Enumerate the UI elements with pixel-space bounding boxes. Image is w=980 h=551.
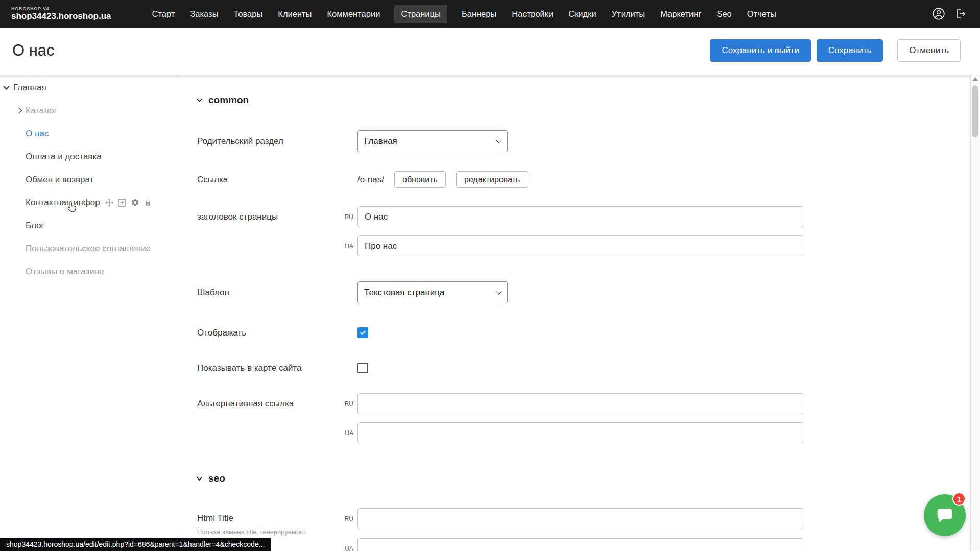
tree-item-label: Каталог [26, 106, 57, 116]
html-title-ua-input[interactable] [357, 538, 803, 551]
sidebar-item-katalog[interactable]: Каталог [0, 99, 179, 122]
html-title-ru-input[interactable] [357, 508, 803, 529]
chat-unread-badge: 1 [952, 492, 966, 506]
tree-item-label: Обмен и возврат [26, 175, 93, 185]
sidebar-item-glavnaya[interactable]: Главная [0, 76, 179, 99]
alt-link-ru-input[interactable] [357, 393, 803, 414]
menu-item-banners[interactable]: Баннеры [461, 5, 497, 23]
template-label: Шаблон [197, 288, 357, 298]
save-button[interactable]: Сохранить [817, 39, 883, 62]
add-icon[interactable] [118, 199, 126, 207]
brand-domain-label: shop34423.horoshop.ua [11, 12, 111, 21]
scroll-up-arrow-icon[interactable] [973, 77, 978, 81]
parent-section-value: Главная [364, 136, 397, 147]
html-title-label-block: Html Title Полная замена title, генериру… [197, 508, 338, 536]
menu-item-start[interactable]: Старт [151, 5, 176, 23]
link-status-bar: shop34423.horoshop.ua/edit/edit.php?id=6… [0, 538, 271, 551]
menu-item-marketing[interactable]: Маркетинг [659, 5, 702, 23]
link-value: /o-nas/ [357, 175, 384, 185]
chevron-down-icon [196, 474, 203, 481]
settings-gear-icon[interactable] [131, 198, 139, 207]
menu-item-discounts[interactable]: Скидки [567, 5, 597, 23]
alt-link-ua-input[interactable] [357, 422, 803, 443]
tree-item-label: Контактная инфор [26, 198, 100, 208]
chevron-down-icon [196, 95, 203, 102]
page-title: О нас [12, 41, 55, 60]
sidebar-item-blog[interactable]: Блог [0, 214, 179, 237]
lang-tag-ua: UA [338, 545, 353, 551]
lang-tag-ua: UA [338, 243, 353, 250]
brand-logo[interactable]: HOROSHOP V4 shop34423.horoshop.ua [11, 7, 111, 20]
drag-icon[interactable] [105, 199, 113, 207]
menu-item-settings[interactable]: Настройки [511, 5, 554, 23]
page-title-field-label: заголовок страницы [197, 212, 338, 222]
tree-item-label: Блог [26, 221, 44, 231]
lang-tag-ru: RU [338, 515, 353, 522]
tree-item-actions [105, 198, 152, 207]
tree-item-label: Пользовательское соглашение [26, 244, 151, 254]
tree-item-label: Главная [13, 83, 46, 93]
scrollbar-thumb[interactable] [972, 85, 978, 137]
delete-trash-icon[interactable] [144, 198, 152, 207]
sidebar-item-obmen[interactable]: Обмен и возврат [0, 168, 179, 191]
menu-item-products[interactable]: Товары [233, 5, 264, 23]
sidebar-item-soglashenie[interactable]: Пользовательское соглашение [0, 237, 179, 260]
sitemap-checkbox[interactable] [357, 363, 368, 373]
alt-link-label: Альтернативная ссылка [197, 399, 338, 409]
menu-item-comments[interactable]: Комментарии [326, 5, 381, 23]
sidebar-item-o-nas[interactable]: О нас [0, 122, 179, 145]
account-icon[interactable] [932, 7, 945, 20]
section-common[interactable]: common [197, 94, 249, 106]
menu-item-clients[interactable]: Клиенты [277, 5, 313, 23]
save-and-exit-button[interactable]: Сохранить и выйти [710, 39, 810, 62]
lang-tag-ru: RU [338, 213, 353, 221]
section-seo-label: seo [208, 473, 225, 484]
link-label: Ссылка [197, 175, 357, 185]
main-menu: Старт Заказы Товары Клиенты Комментарии … [151, 5, 777, 23]
template-value: Текстовая страница [364, 288, 445, 298]
tree-item-label: Отзывы о магазине [26, 267, 104, 277]
menu-item-pages[interactable]: Страницы [394, 5, 447, 23]
cancel-button[interactable]: Отменить [897, 39, 961, 62]
menu-item-orders[interactable]: Заказы [189, 5, 219, 23]
pages-tree-sidebar: Главная Каталог О нас Оплата и доставка … [0, 74, 179, 551]
menu-item-seo[interactable]: Seo [715, 5, 732, 23]
tree-item-label: Оплата и доставка [26, 152, 102, 162]
section-common-label: common [208, 94, 249, 106]
template-select[interactable]: Текстовая страница [357, 281, 508, 303]
topbar: HOROSHOP V4 shop34423.horoshop.ua Старт … [0, 0, 980, 28]
chat-widget-button[interactable]: 1 [924, 494, 966, 536]
chat-bubble-icon [935, 505, 955, 525]
page-title-ru-input[interactable] [357, 206, 803, 227]
parent-section-label: Родительский раздел [197, 136, 357, 147]
sidebar-item-oplata[interactable]: Оплата и доставка [0, 145, 179, 168]
display-checkbox[interactable] [357, 327, 368, 338]
chevron-down-icon [496, 289, 501, 294]
edit-form: common Родительский раздел Главная Ссылк… [179, 74, 970, 551]
page-header: О нас Сохранить и выйти Сохранить Отмени… [0, 28, 980, 74]
tree-item-label: О нас [26, 129, 49, 139]
section-seo[interactable]: seo [197, 473, 225, 484]
page-title-ua-input[interactable] [357, 235, 803, 256]
chevron-right-icon [16, 107, 22, 114]
sidebar-item-kontaktnaya[interactable]: Контактная инфор [0, 191, 179, 214]
html-title-label: Html Title [197, 513, 233, 523]
menu-item-utilities[interactable]: Утилиты [611, 5, 647, 23]
link-edit-button[interactable]: редактировать [456, 171, 528, 188]
display-label: Отображать [197, 328, 357, 338]
sitemap-label: Показывать в карте сайта [197, 363, 357, 373]
chevron-down-icon [496, 137, 501, 143]
lang-tag-ua: UA [338, 429, 353, 437]
menu-item-reports[interactable]: Отчеты [746, 5, 777, 23]
parent-section-select[interactable]: Главная [357, 130, 508, 152]
link-update-button[interactable]: обновить [394, 171, 446, 188]
chevron-down-icon [3, 83, 10, 90]
lang-tag-ru: RU [338, 400, 353, 408]
vertical-scrollbar[interactable] [970, 74, 980, 551]
sidebar-item-otzyvy[interactable]: Отзывы о магазине [0, 260, 179, 283]
html-title-hint: Полная замена title, генерируемого [197, 528, 338, 536]
logout-icon[interactable] [955, 8, 968, 20]
